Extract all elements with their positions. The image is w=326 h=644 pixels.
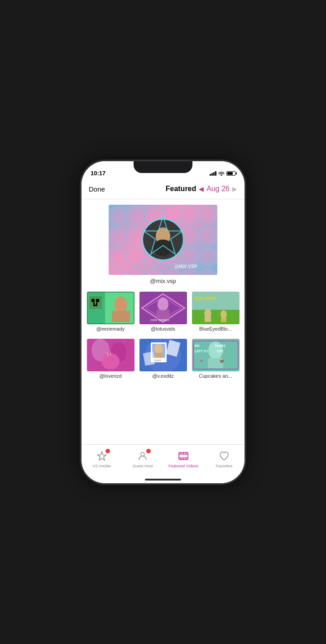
svg-point-60 xyxy=(141,452,144,456)
svg-text:LEFT TO: LEFT TO xyxy=(195,350,208,353)
tab-favorites[interactable]: Favorites xyxy=(204,450,244,468)
label-vexditz: @v.exditz xyxy=(152,373,174,379)
tab-bar: VS Insider Guest Host xyxy=(82,444,244,476)
header-date: Aug 26 xyxy=(206,185,230,193)
featured-hero-item[interactable]: @MIX.VSP @mix.vsp xyxy=(85,205,241,284)
svg-rect-16 xyxy=(93,305,97,306)
heart-icon xyxy=(219,451,230,461)
svg-point-17 xyxy=(115,297,127,312)
svg-rect-14 xyxy=(93,303,95,305)
svg-text:TEARS: TEARS xyxy=(215,344,225,347)
status-time: 10:17 xyxy=(91,170,105,178)
svg-rect-28 xyxy=(192,310,240,324)
grid-item-blueeyedblo[interactable]: tiger teeth BlueEyedBlo... xyxy=(190,292,241,332)
svg-rect-46 xyxy=(155,353,163,358)
header-center: Featured ◀ Aug 26 ▶ xyxy=(166,185,237,193)
prev-arrow-icon[interactable]: ◀ xyxy=(199,185,204,192)
home-bar xyxy=(145,479,181,481)
label-lotusvids: @lotusvids xyxy=(151,326,175,332)
tab-featured-videos-label: Featured Videos xyxy=(168,464,198,468)
header-title: Featured xyxy=(166,185,197,193)
svg-rect-66 xyxy=(186,452,187,454)
grid-item-lotusvids[interactable]: rock bottom @lotusvids xyxy=(138,292,188,332)
svg-point-23 xyxy=(158,298,168,311)
svg-text:rock bottom: rock bottom xyxy=(150,318,169,322)
phone-screen: 10:17 xyxy=(82,161,244,483)
wifi-icon xyxy=(218,171,225,177)
svg-rect-62 xyxy=(179,454,188,455)
home-indicator xyxy=(82,476,244,483)
svg-text:loren: loren xyxy=(154,359,161,362)
thumbnail-loverizd[interactable] xyxy=(87,339,134,371)
header: Done Featured ◀ Aug 26 ▶ xyxy=(82,179,244,199)
signal-icon xyxy=(210,171,216,176)
grid-item-eeriemady[interactable]: @eeriemady xyxy=(85,292,136,332)
svg-rect-15 xyxy=(96,303,97,305)
svg-rect-31 xyxy=(205,317,211,322)
thumbnail-eeriemady[interactable] xyxy=(87,292,134,324)
svg-rect-11 xyxy=(89,296,102,309)
tab-vs-insider-label: VS Insider xyxy=(92,464,111,468)
label-cupcakes: Cupcakes an... xyxy=(199,373,232,379)
status-icons xyxy=(210,171,235,178)
svg-point-6 xyxy=(153,240,173,256)
main-content: @MIX.VSP @mix.vsp xyxy=(82,199,244,444)
svg-point-45 xyxy=(154,344,163,354)
label-loverizd: @loverizd xyxy=(99,373,121,379)
svg-text:tiger teeth: tiger teeth xyxy=(194,296,216,301)
svg-rect-13 xyxy=(96,299,99,302)
hero-username: @mix.vsp xyxy=(150,278,176,284)
tab-featured-videos[interactable]: Featured Videos xyxy=(163,450,204,468)
hero-thumbnail[interactable]: @MIX.VSP xyxy=(109,205,217,275)
svg-rect-18 xyxy=(112,311,130,322)
thumbnail-cupcakes[interactable]: NO TEARS LEFT TO CRY ♥ 🦋 xyxy=(192,339,240,371)
svg-text:CRY: CRY xyxy=(217,350,224,353)
tab-vs-insider[interactable]: VS Insider xyxy=(82,450,122,468)
battery-icon xyxy=(226,171,235,176)
grid-item-cupcakes[interactable]: NO TEARS LEFT TO CRY ♥ 🦋 Cupcakes an... xyxy=(190,339,241,379)
svg-text:🦋: 🦋 xyxy=(219,358,225,364)
grid-item-loverizd[interactable]: @loverizd xyxy=(85,339,136,379)
svg-text:♥: ♥ xyxy=(200,358,203,363)
svg-rect-67 xyxy=(180,458,181,460)
thumbnail-blueeyedblo[interactable]: tiger teeth xyxy=(192,292,240,324)
svg-rect-64 xyxy=(180,452,181,454)
svg-rect-68 xyxy=(183,458,184,460)
label-eeriemady: @eeriemady xyxy=(96,326,125,332)
svg-rect-40 xyxy=(87,339,134,371)
tab-favorites-label: Favorites xyxy=(216,464,232,468)
grid-row-2: @loverizd xyxy=(85,339,241,379)
svg-text:NO: NO xyxy=(195,344,200,347)
thumbnail-lotusvids[interactable]: rock bottom xyxy=(139,292,187,324)
svg-rect-12 xyxy=(91,299,95,302)
svg-rect-69 xyxy=(186,458,187,460)
guest-host-badge xyxy=(146,448,151,454)
grid-section: @eeriemady xyxy=(85,292,241,379)
thumbnail-vexditz[interactable]: loren xyxy=(139,339,187,371)
grid-row-1: @eeriemady xyxy=(85,292,241,332)
tab-guest-host[interactable]: Guest Host xyxy=(122,450,163,468)
grid-item-vexditz[interactable]: loren @v.exditz xyxy=(138,339,188,379)
guest-host-icon-wrap xyxy=(135,450,150,462)
vs-insider-icon-wrap xyxy=(95,450,109,462)
label-blueeyedblo: BlueEyedBlo... xyxy=(199,326,232,332)
featured-videos-icon-wrap xyxy=(176,450,191,462)
svg-rect-27 xyxy=(192,292,240,310)
svg-point-32 xyxy=(221,310,227,318)
phone-frame: 10:17 xyxy=(82,161,244,483)
svg-rect-63 xyxy=(179,457,188,458)
favorites-icon-wrap xyxy=(217,450,231,462)
svg-rect-33 xyxy=(221,317,226,322)
svg-rect-65 xyxy=(183,452,184,454)
vs-insider-badge xyxy=(105,448,110,454)
done-button[interactable]: Done xyxy=(89,185,105,193)
tab-guest-host-label: Guest Host xyxy=(132,464,153,468)
notch xyxy=(134,161,192,173)
film-icon xyxy=(178,451,189,461)
svg-text:@MIX.VSP: @MIX.VSP xyxy=(174,264,197,269)
next-arrow-icon[interactable]: ▶ xyxy=(232,185,237,192)
